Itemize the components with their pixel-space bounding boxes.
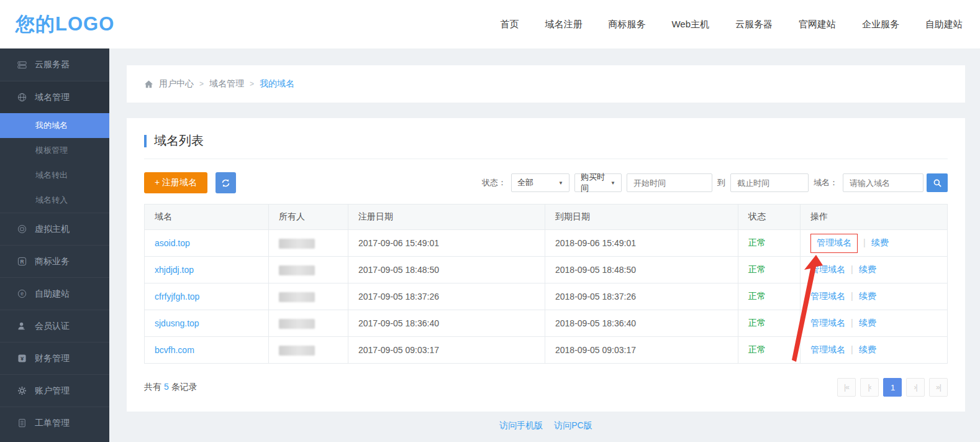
register-date: 2017-09-05 09:03:17 xyxy=(348,337,545,364)
expire-date: 2018-09-06 15:49:01 xyxy=(545,230,738,257)
sidebar-item-cloud-server[interactable]: 云服务器 xyxy=(0,48,109,81)
pagination-first-button[interactable]: |« xyxy=(837,378,856,397)
domain-search-input[interactable] xyxy=(843,173,923,192)
submenu-item-template-management[interactable]: 模板管理 xyxy=(0,138,109,163)
manage-domain-link[interactable]: 管理域名 xyxy=(810,318,845,328)
expire-date: 2018-09-05 09:03:17 xyxy=(545,337,738,364)
nav-website-building[interactable]: 官网建站 xyxy=(799,19,836,30)
chevron-down-icon: ▼ xyxy=(558,180,563,186)
globe-icon xyxy=(17,93,27,103)
ticket-icon xyxy=(17,418,27,428)
owner-redacted xyxy=(279,319,315,329)
manage-domain-link[interactable]: 管理域名 xyxy=(810,264,845,274)
domain-link[interactable]: bcvfh.com xyxy=(155,345,194,355)
pagination-next-button[interactable]: ›| xyxy=(906,378,925,397)
chevron-down-icon: ▼ xyxy=(610,180,615,186)
submenu-item-domain-transfer-out[interactable]: 域名转出 xyxy=(0,163,109,188)
nav-web-hosting[interactable]: Web主机 xyxy=(671,19,709,30)
refresh-button[interactable] xyxy=(216,172,236,193)
domain-link[interactable]: xhjdjdj.top xyxy=(155,265,194,275)
action-separator: | xyxy=(851,344,853,354)
status-select[interactable]: 全部 ▼ xyxy=(511,173,569,192)
nav-cloud-server[interactable]: 云服务器 xyxy=(735,19,773,30)
nav-trademark-service[interactable]: 商标服务 xyxy=(608,19,645,30)
domain-link[interactable]: cfrfyjfgh.top xyxy=(155,292,199,302)
start-time-input[interactable] xyxy=(627,173,712,192)
mobile-version-link[interactable]: 访问手机版 xyxy=(499,420,543,430)
register-domain-button[interactable]: + 注册域名 xyxy=(144,172,207,193)
manage-domain-link[interactable]: 管理域名 xyxy=(810,344,845,354)
col-status: 状态 xyxy=(738,205,801,230)
pagination-prev-button[interactable]: |‹ xyxy=(860,378,879,397)
toolbar: + 注册域名 状态： 全部 ▼ 购买时间 ▼ 到 xyxy=(144,172,948,193)
renew-link[interactable]: 续费 xyxy=(859,318,876,328)
domain-link[interactable]: asoid.top xyxy=(155,238,190,248)
end-time-input[interactable] xyxy=(730,173,809,192)
table-row: cfrfyjfgh.top 2017-09-05 18:37:26 2018-0… xyxy=(145,283,948,310)
renew-link[interactable]: 续费 xyxy=(859,344,876,354)
register-date: 2017-09-05 18:48:50 xyxy=(348,257,545,283)
search-icon xyxy=(932,178,942,188)
sidebar-item-domain-management[interactable]: 域名管理 xyxy=(0,81,109,113)
renew-link[interactable]: 续费 xyxy=(859,291,876,301)
nav-enterprise-service[interactable]: 企业服务 xyxy=(862,19,899,30)
record-count: 共有5条记录 xyxy=(144,382,197,393)
site-logo[interactable]: 您的LOGO xyxy=(16,11,114,37)
top-header: 您的LOGO 首页 域名注册 商标服务 Web主机 云服务器 官网建站 企业服务… xyxy=(0,0,980,48)
annotation-highlight-box: 管理域名 xyxy=(810,234,858,253)
col-register-date: 注册日期 xyxy=(348,205,545,230)
table-header-row: 域名 所有人 注册日期 到期日期 状态 操作 xyxy=(145,205,948,230)
time-type-select[interactable]: 购买时间 ▼ xyxy=(574,173,622,192)
sidebar-item-member-verification[interactable]: 会员认证 xyxy=(0,310,109,342)
finance-icon: ¥ xyxy=(17,354,27,364)
breadcrumb-separator: > xyxy=(199,80,204,88)
renew-link[interactable]: 续费 xyxy=(859,264,876,274)
pc-version-link[interactable]: 访问PC版 xyxy=(554,420,592,430)
status-badge: 正常 xyxy=(738,230,801,257)
sidebar-item-trademark-business[interactable]: R 商标业务 xyxy=(0,245,109,277)
nav-domain-register[interactable]: 域名注册 xyxy=(545,19,582,30)
submenu-item-my-domains[interactable]: 我的域名 xyxy=(0,113,109,138)
breadcrumb-domain-management[interactable]: 域名管理 xyxy=(209,78,244,90)
host-icon xyxy=(17,224,27,234)
owner-redacted xyxy=(279,265,315,275)
domain-link[interactable]: sjdusng.top xyxy=(155,318,199,328)
manage-domain-link[interactable]: 管理域名 xyxy=(817,237,851,247)
breadcrumb-my-domains[interactable]: 我的域名 xyxy=(260,78,294,90)
table-row: asoid.top 2017-09-06 15:49:01 2018-09-06… xyxy=(145,230,948,257)
submenu-item-domain-transfer-in[interactable]: 域名转入 xyxy=(0,188,109,213)
domain-filter-label: 域名： xyxy=(814,177,838,188)
sidebar-item-label: 工单管理 xyxy=(35,418,70,429)
col-domain: 域名 xyxy=(145,205,269,230)
expire-date: 2018-09-05 18:36:40 xyxy=(545,310,738,337)
register-date: 2017-09-06 15:49:01 xyxy=(348,230,545,257)
renew-link[interactable]: 续费 xyxy=(871,237,889,247)
sidebar-item-label: 会员认证 xyxy=(35,321,70,332)
page-footer: 访问手机版 访问PC版 xyxy=(127,420,965,431)
nav-self-build[interactable]: 自助建站 xyxy=(925,19,963,30)
action-separator: | xyxy=(851,264,853,274)
status-badge: 正常 xyxy=(738,310,801,337)
sidebar-item-label: 账户管理 xyxy=(35,385,70,397)
manage-domain-link[interactable]: 管理域名 xyxy=(810,291,845,301)
svg-text:R: R xyxy=(20,259,24,265)
pagination-page-1[interactable]: 1 xyxy=(883,378,902,397)
owner-redacted xyxy=(279,239,315,249)
sidebar-item-label: 商标业务 xyxy=(35,256,70,267)
pagination: |« |‹ 1 ›| »| xyxy=(837,378,948,397)
svg-text:¥: ¥ xyxy=(20,356,24,362)
sidebar-item-work-order-management[interactable]: 工单管理 xyxy=(0,407,109,439)
breadcrumb-user-center[interactable]: 用户中心 xyxy=(159,78,194,90)
pagination-last-button[interactable]: »| xyxy=(929,378,948,397)
sidebar-item-account-management[interactable]: 账户管理 xyxy=(0,374,109,407)
nav-home[interactable]: 首页 xyxy=(500,19,519,30)
search-button[interactable] xyxy=(927,173,948,192)
sidebar-item-label: 域名管理 xyxy=(35,92,70,103)
sidebar-item-self-build[interactable]: e 自助建站 xyxy=(0,277,109,310)
sidebar: 云服务器 域名管理 我的域名 模板管理 域名转出 域名转入 虚拟主机 R 商标业… xyxy=(0,48,109,442)
register-date: 2017-09-05 18:37:26 xyxy=(348,283,545,310)
status-badge: 正常 xyxy=(738,283,801,310)
col-owner: 所有人 xyxy=(269,205,348,230)
sidebar-item-virtual-host[interactable]: 虚拟主机 xyxy=(0,213,109,245)
sidebar-item-finance-management[interactable]: ¥ 财务管理 xyxy=(0,342,109,374)
